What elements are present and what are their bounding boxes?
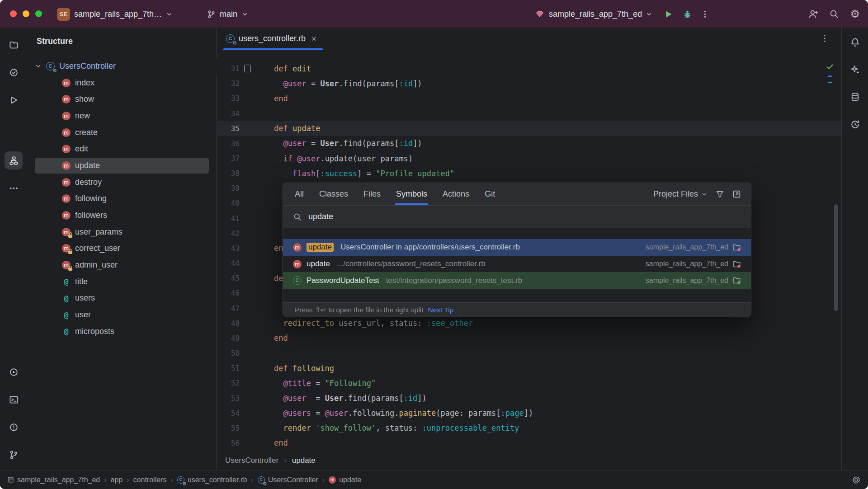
- structure-item-microposts[interactable]: @microposts: [28, 323, 216, 340]
- close-tab-icon[interactable]: ×: [311, 34, 316, 44]
- line-number[interactable]: 40: [216, 199, 240, 207]
- line-number[interactable]: 38: [216, 169, 240, 178]
- code-line-55[interactable]: 55 render 'show_follow', status: :unproc…: [216, 421, 842, 436]
- git-tool-button[interactable]: [5, 446, 23, 464]
- code-text[interactable]: @user = User.find(params[:id]): [274, 139, 422, 148]
- line-number[interactable]: 32: [216, 79, 240, 88]
- branch-widget[interactable]: main: [207, 5, 248, 23]
- minimize-window-button[interactable]: [23, 10, 29, 17]
- code-line-53[interactable]: 53 @user = User.find(params[:id]): [216, 390, 842, 405]
- code-text[interactable]: def following: [274, 364, 334, 373]
- run-config-name[interactable]: sample_rails_app_7th_ed: [549, 9, 652, 19]
- structure-item-following[interactable]: mfollowing: [28, 191, 216, 207]
- code-line-52[interactable]: 52 @title = "Following": [216, 376, 842, 390]
- notifications-bell-icon[interactable]: [846, 33, 864, 51]
- code-text[interactable]: @user = User.find(params[:id]): [274, 394, 427, 403]
- code-with-me-icon[interactable]: [808, 9, 818, 19]
- code-text[interactable]: render 'show_follow', status: :unprocess…: [274, 423, 519, 433]
- search-tab-git[interactable]: Git: [485, 183, 495, 205]
- debug-button[interactable]: [683, 9, 692, 19]
- more-tool-windows-button[interactable]: [5, 179, 23, 197]
- breadcrumb-method[interactable]: update: [292, 456, 316, 465]
- line-number[interactable]: 45: [216, 274, 240, 282]
- commit-tool-button[interactable]: [5, 63, 23, 81]
- inspections-widget[interactable]: [826, 62, 834, 83]
- code-text[interactable]: redirect_to users_url, status: :see_othe…: [274, 319, 473, 328]
- structure-item-edit[interactable]: medit: [28, 141, 216, 157]
- structure-item-destroy[interactable]: mdestroy: [28, 174, 216, 191]
- zoom-window-button[interactable]: [35, 10, 42, 17]
- chevron-down-icon[interactable]: [35, 63, 42, 70]
- structure-item-correct_user[interactable]: mcorrect_user: [28, 240, 216, 257]
- project-tool-button[interactable]: [5, 36, 23, 54]
- database-icon[interactable]: [846, 88, 864, 106]
- code-line-54[interactable]: 54 @users = @user.following.paginate(pag…: [216, 406, 842, 421]
- line-number[interactable]: 52: [216, 379, 240, 387]
- code-text[interactable]: end: [274, 94, 288, 103]
- line-number[interactable]: 33: [216, 94, 240, 103]
- code-text[interactable]: def update: [274, 124, 320, 133]
- line-number[interactable]: 48: [216, 319, 240, 328]
- line-number[interactable]: 35: [216, 124, 240, 133]
- structure-item-users[interactable]: @users: [28, 290, 216, 307]
- line-number[interactable]: 56: [216, 439, 240, 447]
- close-window-button[interactable]: [10, 10, 17, 17]
- code-text[interactable]: end: [274, 334, 288, 343]
- search-result-2[interactable]: mupdate.../controllers/password_resets_c…: [283, 256, 751, 273]
- status-path-users-controller-rb[interactable]: C⚙users_controller.rb: [177, 476, 247, 484]
- structure-item-user[interactable]: @user: [28, 306, 216, 323]
- line-number[interactable]: 44: [216, 259, 240, 268]
- line-number[interactable]: 34: [216, 109, 240, 118]
- line-number[interactable]: 41: [216, 214, 240, 223]
- structure-item-user_params[interactable]: muser_params: [28, 224, 216, 240]
- tab-options-icon[interactable]: [820, 34, 829, 43]
- line-number[interactable]: 47: [216, 304, 240, 313]
- ai-assistant-icon[interactable]: [846, 60, 864, 78]
- line-number[interactable]: 55: [216, 424, 240, 433]
- search-icon[interactable]: [829, 9, 839, 19]
- code-line-36[interactable]: 36 @user = User.find(params[:id]): [216, 136, 842, 151]
- structure-item-new[interactable]: mnew: [28, 108, 216, 124]
- structure-item-create[interactable]: mcreate: [28, 124, 216, 141]
- code-line-48[interactable]: 48 redirect_to users_url, status: :see_o…: [216, 316, 842, 331]
- assistant-status-icon[interactable]: [852, 475, 861, 484]
- code-line-35[interactable]: 35def update: [216, 121, 842, 136]
- filter-icon[interactable]: [716, 190, 724, 198]
- line-number[interactable]: 37: [216, 154, 240, 163]
- line-number[interactable]: 53: [216, 394, 240, 403]
- services-tool-button[interactable]: [5, 363, 23, 381]
- line-number[interactable]: 39: [216, 184, 240, 193]
- code-line-49[interactable]: 49end: [216, 331, 842, 346]
- settings-gear-icon[interactable]: ⚙: [850, 9, 860, 19]
- line-number[interactable]: 50: [216, 349, 240, 357]
- code-text[interactable]: @title = "Following": [274, 379, 376, 388]
- search-result-3[interactable]: CPasswordUpdateTesttest/integration/pass…: [283, 272, 751, 289]
- code-text[interactable]: def edit: [274, 64, 311, 73]
- breadcrumb-class[interactable]: UsersController: [225, 456, 278, 465]
- code-line-51[interactable]: 51def following: [216, 361, 842, 376]
- line-number[interactable]: 31: [216, 64, 240, 73]
- line-number[interactable]: 36: [216, 139, 240, 148]
- search-tab-files[interactable]: Files: [363, 183, 381, 205]
- error-stripe-mark[interactable]: [828, 82, 832, 84]
- code-line-38[interactable]: 38 flash[:success] = "Profile updated": [216, 166, 842, 181]
- code-line-34[interactable]: 34: [216, 106, 842, 121]
- tab-users-controller[interactable]: C⚙ users_controller.rb ×: [223, 28, 323, 50]
- status-path-userscontroller[interactable]: C⚙UsersController: [258, 476, 318, 484]
- code-line-31[interactable]: 31def edit: [216, 61, 842, 76]
- editor-scrollbar[interactable]: [834, 204, 838, 311]
- code-text[interactable]: end: [274, 438, 288, 447]
- problems-tool-button[interactable]: [5, 418, 23, 436]
- line-number[interactable]: 49: [216, 334, 240, 343]
- structure-item-update[interactable]: mupdate: [28, 157, 216, 174]
- line-number[interactable]: 54: [216, 409, 240, 418]
- terminal-tool-button[interactable]: [5, 390, 23, 409]
- search-tab-classes[interactable]: Classes: [319, 183, 348, 205]
- status-path-sample-rails-app-7th-ed[interactable]: sample_rails_app_7th_ed: [7, 476, 100, 484]
- structure-item-show[interactable]: mshow: [28, 91, 216, 108]
- code-text[interactable]: if @user.update(user_params): [274, 154, 413, 163]
- code-line-56[interactable]: 56end: [216, 436, 842, 451]
- line-number[interactable]: 51: [216, 364, 240, 372]
- structure-tool-button[interactable]: [5, 151, 23, 169]
- history-icon[interactable]: [846, 115, 864, 133]
